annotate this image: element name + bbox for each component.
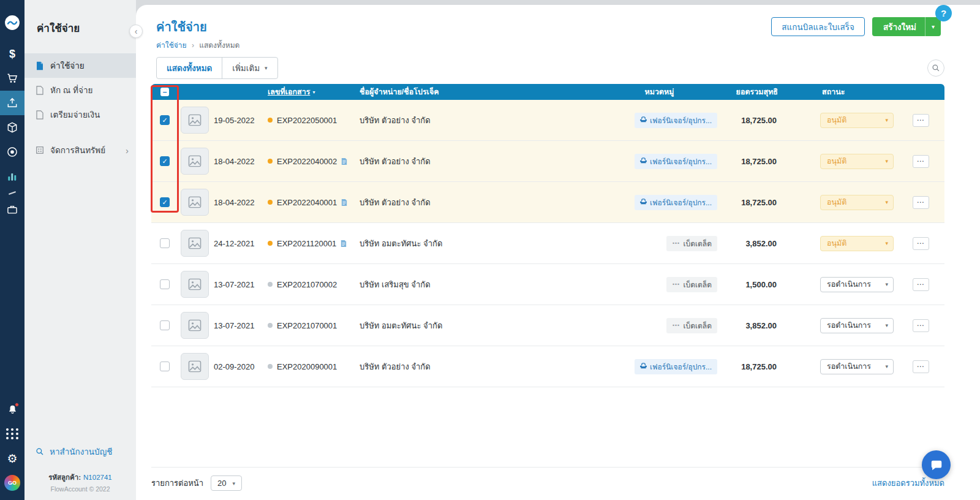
row-checkbox[interactable]: ✓: [160, 197, 170, 207]
row-more-button[interactable]: ⋯: [913, 360, 929, 373]
products-box-icon[interactable]: [0, 115, 24, 140]
scan-bill-button[interactable]: สแกนบิลและใบเสร็จ: [771, 17, 865, 36]
row-more-button[interactable]: ⋯: [913, 319, 929, 332]
receipt-image-placeholder[interactable]: [181, 271, 209, 298]
status-dot: [268, 364, 273, 369]
find-accountant-link[interactable]: หาสำนักงานบัญชี: [24, 445, 136, 458]
category-chip[interactable]: ⋯ เฟอร์นิเจอร์/อุปกร...: [635, 195, 717, 210]
settings-gear-icon[interactable]: ⚙: [0, 446, 24, 471]
row-checkbox[interactable]: [160, 362, 170, 371]
receipt-image-placeholder[interactable]: [181, 353, 209, 380]
sidebar-item-asset-management[interactable]: จัดการสินทรัพย์ ›: [24, 138, 136, 162]
document-number[interactable]: EXP2021070001: [277, 321, 337, 330]
more-filters-dropdown[interactable]: เพิ่มเติม ▾: [222, 58, 277, 78]
row-checkbox[interactable]: [160, 279, 170, 289]
status-select[interactable]: รอดำเนินการ ▾: [820, 318, 894, 333]
furniture-icon: [640, 198, 647, 206]
table-header: – เลขที่เอกสาร ▾ ชื่อผู้จำหน่าย/ชื่อโปรเ…: [151, 84, 944, 100]
select-all-checkbox[interactable]: –: [160, 88, 169, 96]
header-actions: สแกนบิลและใบเสร็จ สร้างใหม่ ▾: [771, 17, 941, 36]
flowaccount-logo-icon[interactable]: [0, 9, 24, 37]
row-checkbox[interactable]: ✓: [160, 156, 170, 166]
buy-cart-icon[interactable]: [0, 66, 24, 91]
furniture-icon: [640, 157, 647, 165]
row-checkbox[interactable]: [160, 238, 170, 248]
sales-icon[interactable]: $: [0, 42, 24, 66]
status-select[interactable]: อนุมัติ ▾: [820, 113, 894, 128]
breadcrumb-current: แสดงทั้งหมด: [199, 41, 239, 50]
payroll-briefcase-icon[interactable]: [0, 197, 24, 222]
notifications-bell-icon[interactable]: [0, 397, 24, 422]
table-row[interactable]: ✓ 18-04-2022 EXP2022040002 บริษัท ตัวอย่…: [151, 141, 944, 182]
table-row[interactable]: 13-07-2021 EXP2021070002 บริษัท เสริมสุข…: [151, 264, 944, 305]
status-select[interactable]: รอดำเนินการ ▾: [820, 277, 894, 292]
sidebar-item-withholding-tax[interactable]: หัก ณ ที่จ่าย: [24, 78, 136, 102]
row-more-button[interactable]: ⋯: [913, 237, 929, 250]
expenses-icon[interactable]: [0, 91, 24, 115]
table-row[interactable]: ✓ 18-04-2022 EXP2022040001 บริษัท ตัวอย่…: [151, 182, 944, 223]
contacts-icon[interactable]: [0, 140, 24, 164]
chevron-down-icon: ▾: [885, 281, 888, 287]
building-icon: [36, 146, 44, 154]
document-number[interactable]: EXP2020090001: [277, 362, 337, 371]
row-more-button[interactable]: ⋯: [913, 278, 929, 291]
misc-icon: ⋯: [672, 239, 680, 248]
status-select[interactable]: รอดำเนินการ ▾: [820, 359, 894, 374]
receipt-image-placeholder[interactable]: [181, 189, 209, 216]
column-doc-no[interactable]: เลขที่เอกสาร ▾: [265, 86, 357, 98]
create-new-button[interactable]: สร้างใหม่ ▾: [872, 17, 941, 36]
row-more-button[interactable]: ⋯: [913, 114, 929, 127]
status-select[interactable]: อนุมัติ ▾: [820, 154, 894, 169]
reports-chart-icon[interactable]: [0, 164, 24, 189]
category-chip[interactable]: ⋯ เบ็ดเตล็ด: [666, 236, 717, 251]
receipt-image-placeholder[interactable]: [181, 230, 209, 257]
chevron-down-icon: ▾: [885, 117, 888, 123]
sort-caret-icon: ▾: [312, 89, 315, 95]
status-select[interactable]: อนุมัติ ▾: [820, 236, 894, 251]
help-button[interactable]: ?: [935, 5, 952, 21]
furniture-icon: [640, 362, 647, 371]
status-select[interactable]: อนุมัติ ▾: [820, 195, 894, 210]
row-more-button[interactable]: ⋯: [913, 155, 929, 168]
vendor-name: บริษัท อมตะทัศนะ จำกัด: [357, 319, 597, 332]
main-area: ค่าใช้จ่าย ค่าใช้จ่าย › แสดงทั้งหมด สแกน…: [136, 0, 980, 500]
sidebar-item-payment-prep[interactable]: เตรียมจ่ายเงิน: [24, 102, 136, 127]
search-button[interactable]: [927, 59, 944, 77]
category-label: เบ็ดเตล็ด: [683, 279, 712, 290]
notification-badge: [15, 403, 19, 407]
document-number[interactable]: EXP2021070002: [277, 280, 337, 289]
table-row[interactable]: 13-07-2021 EXP2021070001 บริษัท อมตะทัศน…: [151, 305, 944, 346]
document-number[interactable]: EXP2022050001: [277, 116, 337, 125]
table-row[interactable]: 02-09-2020 EXP2020090001 บริษัท ตัวอย่าง…: [151, 346, 944, 387]
misc-icon: ⋯: [672, 321, 680, 330]
category-chip[interactable]: ⋯ เฟอร์นิเจอร์/อุปกร...: [635, 154, 717, 169]
document-number[interactable]: EXP2022040001: [277, 198, 337, 207]
breadcrumb-root[interactable]: ค่าใช้จ่าย: [156, 41, 187, 50]
tab-show-all[interactable]: แสดงทั้งหมด: [157, 58, 222, 78]
document-number[interactable]: EXP2022040002: [277, 157, 337, 166]
document-number[interactable]: EXP2021120001: [277, 239, 336, 248]
row-amount: 3,852.00: [722, 321, 780, 330]
category-chip[interactable]: ⋯ เฟอร์นิเจอร์/อุปกร...: [635, 359, 717, 374]
per-page-select[interactable]: 20 ▾: [211, 475, 242, 491]
category-chip[interactable]: ⋯ เบ็ดเตล็ด: [666, 277, 717, 292]
table-row[interactable]: ✓ 19-05-2022 EXP2022050001 บริษัท ตัวอย่…: [151, 100, 944, 141]
row-more-button[interactable]: ⋯: [913, 196, 929, 209]
column-total: ยอดรวมสุทธิ: [722, 86, 780, 98]
row-checkbox[interactable]: [160, 320, 170, 330]
status-dot: [268, 241, 273, 246]
row-checkbox[interactable]: ✓: [160, 115, 170, 125]
chat-button[interactable]: [922, 450, 951, 479]
receipt-image-placeholder[interactable]: [181, 312, 209, 339]
sidebar-item-expenses[interactable]: ค่าใช้จ่าย: [24, 53, 136, 78]
workplace-avatar[interactable]: GO: [0, 471, 24, 495]
category-chip[interactable]: ⋯ เบ็ดเตล็ด: [666, 318, 717, 333]
table-row[interactable]: 24-12-2021 EXP2021120001 บริษัท อมตะทัศน…: [151, 223, 944, 264]
sidebar-collapse-button[interactable]: ‹: [129, 25, 143, 38]
apps-grid-icon[interactable]: [0, 422, 24, 446]
document-icon: [36, 61, 44, 70]
category-chip[interactable]: ⋯ เฟอร์นิเจอร์/อุปกร...: [635, 113, 717, 128]
receipt-image-placeholder[interactable]: [181, 107, 209, 134]
attachment-icon: [341, 157, 347, 165]
receipt-image-placeholder[interactable]: [181, 148, 209, 175]
